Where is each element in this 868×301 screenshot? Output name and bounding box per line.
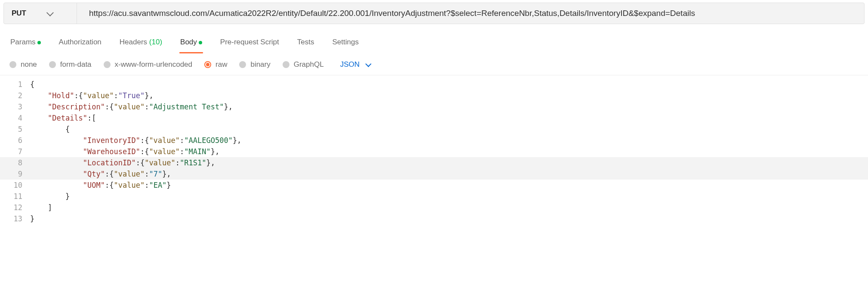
line-number: 6 xyxy=(0,135,30,146)
body-type-row: none form-data x-www-form-urlencoded raw… xyxy=(0,53,868,75)
tab-tests-label: Tests xyxy=(297,38,314,46)
tab-headers-label: Headers xyxy=(120,38,147,46)
tab-prerequest-label: Pre-request Script xyxy=(220,38,279,46)
radio-none-label: none xyxy=(21,60,37,69)
radio-raw[interactable]: raw xyxy=(204,60,227,69)
code-content: "WarehouseID":{"value":"MAIN"}, xyxy=(30,146,868,157)
line-number: 4 xyxy=(0,112,30,124)
chevron-down-icon xyxy=(365,61,371,67)
radio-icon xyxy=(283,61,289,68)
tab-params-label: Params xyxy=(10,38,36,46)
code-content: "Details":[ xyxy=(30,112,868,124)
http-method-select[interactable]: PUT xyxy=(4,3,77,24)
code-content: } xyxy=(30,213,868,224)
editor-line[interactable]: 8 "LocationID":{"value":"R1S1"}, xyxy=(0,157,868,168)
chevron-down-icon xyxy=(46,9,54,16)
tab-prerequest[interactable]: Pre-request Script xyxy=(219,36,280,53)
radio-urlencoded[interactable]: x-www-form-urlencoded xyxy=(104,60,192,69)
radio-icon xyxy=(9,61,16,68)
code-content: { xyxy=(30,124,868,135)
code-content: "Description":{"value":"Adjustment Test"… xyxy=(30,101,868,112)
line-number: 10 xyxy=(0,180,30,191)
dot-icon xyxy=(37,41,41,44)
request-bar: PUT xyxy=(3,3,865,24)
line-number: 8 xyxy=(0,157,30,168)
radio-icon xyxy=(49,61,56,68)
code-content: "LocationID":{"value":"R1S1"}, xyxy=(30,157,868,168)
editor-line[interactable]: 6 "InventoryID":{"value":"AALEGO500"}, xyxy=(0,135,868,146)
tab-params[interactable]: Params xyxy=(9,36,42,53)
json-body-editor[interactable]: 1{2 "Hold":{"value":"True"},3 "Descripti… xyxy=(0,75,868,224)
line-number: 11 xyxy=(0,191,30,202)
tab-headers[interactable]: Headers (10) xyxy=(119,36,163,53)
editor-line[interactable]: 5 { xyxy=(0,124,868,135)
body-language-label: JSON xyxy=(340,60,360,69)
line-number: 3 xyxy=(0,101,30,112)
radio-urlencoded-label: x-www-form-urlencoded xyxy=(115,60,192,69)
tab-authorization[interactable]: Authorization xyxy=(58,36,102,53)
line-number: 5 xyxy=(0,124,30,135)
radio-binary[interactable]: binary xyxy=(239,60,270,69)
tab-body[interactable]: Body xyxy=(179,36,203,53)
headers-count: (10) xyxy=(149,38,162,46)
radio-binary-label: binary xyxy=(250,60,270,69)
radio-graphql[interactable]: GraphQL xyxy=(283,60,324,69)
radio-formdata-label: form-data xyxy=(60,60,92,69)
radio-graphql-label: GraphQL xyxy=(294,60,324,69)
code-content: "InventoryID":{"value":"AALEGO500"}, xyxy=(30,135,868,146)
editor-line[interactable]: 12 ] xyxy=(0,202,868,213)
line-number: 2 xyxy=(0,90,30,101)
request-tabs: Params Authorization Headers (10) Body P… xyxy=(0,28,868,53)
dot-icon xyxy=(199,41,202,44)
editor-line[interactable]: 4 "Details":[ xyxy=(0,112,868,124)
line-number: 9 xyxy=(0,168,30,180)
editor-line[interactable]: 11 } xyxy=(0,191,868,202)
tab-settings[interactable]: Settings xyxy=(331,36,359,53)
editor-line[interactable]: 10 "UOM":{"value":"EA"} xyxy=(0,180,868,191)
code-content: ] xyxy=(30,202,868,213)
radio-icon-selected xyxy=(204,61,211,68)
editor-line[interactable]: 3 "Description":{"value":"Adjustment Tes… xyxy=(0,101,868,112)
tab-body-label: Body xyxy=(180,38,197,46)
editor-line[interactable]: 13} xyxy=(0,213,868,224)
http-method-value: PUT xyxy=(12,9,26,18)
radio-none[interactable]: none xyxy=(9,60,37,69)
tab-authorization-label: Authorization xyxy=(59,38,102,46)
line-number: 7 xyxy=(0,146,30,157)
code-content: { xyxy=(30,79,868,90)
radio-icon xyxy=(239,61,246,68)
editor-line[interactable]: 7 "WarehouseID":{"value":"MAIN"}, xyxy=(0,146,868,157)
editor-line[interactable]: 2 "Hold":{"value":"True"}, xyxy=(0,90,868,101)
radio-raw-label: raw xyxy=(215,60,227,69)
editor-line[interactable]: 1{ xyxy=(0,79,868,90)
line-number: 1 xyxy=(0,79,30,90)
line-number: 13 xyxy=(0,213,30,224)
request-url-input[interactable] xyxy=(77,3,864,24)
body-language-select[interactable]: JSON xyxy=(340,60,370,69)
tab-tests[interactable]: Tests xyxy=(296,36,315,53)
code-content: "Hold":{"value":"True"}, xyxy=(30,90,868,101)
code-content: "Qty":{"value":"7"}, xyxy=(30,168,868,180)
code-content: "UOM":{"value":"EA"} xyxy=(30,180,868,191)
radio-icon xyxy=(104,61,111,68)
radio-formdata[interactable]: form-data xyxy=(49,60,92,69)
tab-settings-label: Settings xyxy=(332,38,358,46)
editor-line[interactable]: 9 "Qty":{"value":"7"}, xyxy=(0,168,868,180)
line-number: 12 xyxy=(0,202,30,213)
code-content: } xyxy=(30,191,868,202)
